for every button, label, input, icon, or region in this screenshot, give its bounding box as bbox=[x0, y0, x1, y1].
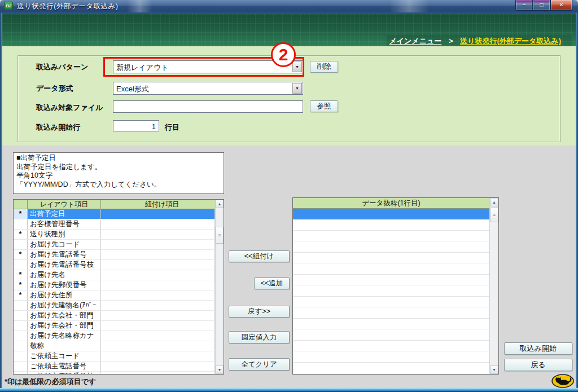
layout-table-row[interactable]: お届け先建物名(ｱﾊﾟｰ bbox=[14, 301, 215, 311]
fixed-value-button[interactable]: 固定値入力 bbox=[229, 331, 290, 343]
breadcrumb: メインメニュー > 送り状発行(外部データ取込み) bbox=[389, 36, 561, 46]
layout-table-row[interactable]: お届け先コード bbox=[14, 240, 215, 250]
scrollbar-thumb[interactable]: ≡ bbox=[490, 208, 498, 222]
scroll-down-icon[interactable]: ▼ bbox=[490, 365, 498, 374]
maximize-button[interactable]: □ bbox=[533, 0, 550, 11]
scrollbar-thumb[interactable]: ≡ bbox=[216, 227, 224, 244]
layout-table-row[interactable]: *出荷予定日 bbox=[14, 209, 215, 219]
required-cell bbox=[14, 311, 28, 320]
layout-table-row[interactable]: ご依頼主電話番号枝 bbox=[14, 372, 215, 374]
window-titlebar: B2 送り状発行(外部データ取込み) – □ ✕ bbox=[0, 0, 578, 12]
required-items-note: *印は最低限の必須項目です bbox=[5, 377, 96, 387]
mapped-item-cell bbox=[101, 341, 215, 351]
data-extract-empty-row bbox=[293, 219, 489, 231]
close-button[interactable]: ✕ bbox=[550, 0, 572, 11]
mapped-item-cell bbox=[101, 301, 215, 310]
window-border-left bbox=[0, 12, 2, 388]
layout-item-cell: お届け先郵便番号 bbox=[28, 280, 101, 290]
layout-item-cell: お届け先名 bbox=[28, 270, 101, 280]
data-extract-header: データ抜粋(1行目) bbox=[293, 198, 489, 209]
layout-item-cell: お届け先電話番号枝 bbox=[28, 260, 101, 270]
chevron-down-icon[interactable]: ▼ bbox=[292, 61, 302, 72]
mapped-item-cell bbox=[101, 230, 215, 239]
mapped-item-cell bbox=[101, 372, 215, 374]
layout-item-cell: お届け先コード bbox=[28, 240, 101, 249]
layout-table-row[interactable]: 敬称 bbox=[14, 341, 215, 351]
data-extract-empty-row bbox=[293, 319, 489, 330]
description-line: 「YYYY/MM/DD」方式で入力してください。 bbox=[16, 180, 221, 190]
add-button[interactable]: <<追加 bbox=[254, 278, 290, 289]
layout-item-cell: お届け先名略称カナ bbox=[28, 331, 101, 341]
layout-table-row[interactable]: *お届け先名 bbox=[14, 270, 215, 280]
chevron-down-icon[interactable]: ▼ bbox=[292, 83, 302, 94]
data-extract-table: データ抜粋(1行目) ▲ ≡ ▼ bbox=[292, 197, 499, 375]
layout-table-row[interactable]: *お届け先電話番号 bbox=[14, 250, 215, 260]
required-cell bbox=[14, 362, 28, 371]
mapped-item-cell bbox=[101, 270, 215, 280]
data-extract-empty-row bbox=[293, 351, 489, 363]
bind-button[interactable]: <<紐付け bbox=[229, 250, 290, 262]
browse-button[interactable]: 参照 bbox=[310, 100, 338, 112]
layout-table-scrollbar[interactable]: ▲ ≡ ▼ bbox=[215, 200, 224, 374]
data-extract-empty-row bbox=[293, 253, 489, 264]
layout-items-table: レイアウト項目 紐付け項目 *出荷予定日お客様管理番号*送り状種別お届け先コード… bbox=[13, 199, 224, 375]
required-cell bbox=[14, 331, 28, 341]
mapped-item-cell bbox=[101, 331, 215, 341]
back-button[interactable]: 戻る bbox=[504, 359, 572, 371]
scroll-up-icon[interactable]: ▲ bbox=[490, 198, 498, 206]
mapped-item-cell bbox=[101, 311, 215, 320]
minimize-button[interactable]: – bbox=[515, 0, 533, 11]
breadcrumb-current-page-link[interactable]: 送り状発行(外部データ取込み) bbox=[460, 37, 561, 45]
description-line: 出荷予定日を指定します。 bbox=[16, 163, 221, 172]
data-extract-empty-row bbox=[293, 241, 489, 253]
layout-item-cell: ご依頼主コード bbox=[28, 351, 101, 361]
target-file-input[interactable] bbox=[113, 100, 303, 113]
field-description-box: ■出荷予定日 出荷予定日を指定します。 半角10文字 「YYYY/MM/DD」方… bbox=[13, 152, 224, 194]
delete-button[interactable]: 削除 bbox=[310, 61, 338, 73]
required-cell: * bbox=[14, 270, 28, 280]
app-icon: B2 bbox=[4, 2, 13, 10]
required-cell: * bbox=[14, 280, 28, 290]
layout-table-row[interactable]: ご依頼主コード bbox=[14, 351, 215, 362]
clear-all-button[interactable]: 全てクリア bbox=[229, 358, 290, 371]
required-cell bbox=[14, 240, 28, 249]
required-cell bbox=[14, 219, 28, 229]
restore-button[interactable]: 戻す>> bbox=[229, 306, 290, 318]
data-extract-selected-row[interactable] bbox=[293, 209, 489, 219]
layout-item-cell: ご依頼主電話番号枝 bbox=[28, 372, 101, 374]
mapped-item-cell bbox=[101, 250, 215, 259]
titlebar-glass-streak bbox=[389, 0, 429, 12]
mapped-item-column-header: 紐付け項目 bbox=[101, 200, 224, 209]
layout-table-row[interactable]: お届け先会社・部門 bbox=[14, 311, 215, 321]
layout-table-row[interactable]: お客様管理番号 bbox=[14, 219, 215, 230]
required-cell: * bbox=[14, 230, 28, 239]
layout-table-row[interactable]: お届け先会社・部門 bbox=[14, 321, 215, 331]
data-extract-empty-row bbox=[293, 307, 489, 319]
required-cell bbox=[14, 372, 28, 374]
layout-table-row[interactable]: *お届け先郵便番号 bbox=[14, 280, 215, 290]
layout-table-row[interactable]: ご依頼主電話番号 bbox=[14, 362, 215, 372]
layout-item-cell: 敬称 bbox=[28, 341, 101, 351]
data-extract-scrollbar[interactable]: ▲ ≡ ▼ bbox=[489, 198, 498, 374]
annotation-step-number: 2 bbox=[271, 42, 296, 67]
layout-table-row[interactable]: お届け先電話番号枝 bbox=[14, 260, 215, 270]
breadcrumb-main-menu-link[interactable]: メインメニュー bbox=[389, 37, 441, 45]
header-band: メインメニュー > 送り状発行(外部データ取込み) bbox=[2, 12, 576, 46]
scroll-down-icon[interactable]: ▼ bbox=[216, 365, 224, 374]
start-import-button[interactable]: 取込み開始 bbox=[504, 342, 572, 355]
layout-item-cell: お届け先建物名(ｱﾊﾟｰ bbox=[28, 301, 101, 310]
data-extract-rows bbox=[293, 219, 489, 374]
start-row-input[interactable]: 1 bbox=[113, 120, 159, 131]
data-extract-empty-row bbox=[293, 329, 489, 341]
description-line: ■出荷予定日 bbox=[16, 154, 221, 163]
layout-item-cell: お届け先会社・部門 bbox=[28, 321, 101, 331]
required-cell: * bbox=[14, 209, 28, 219]
layout-table-row[interactable]: お届け先名略称カナ bbox=[14, 331, 215, 341]
data-format-label: データ形式 bbox=[36, 83, 73, 94]
layout-item-cell: お届け先電話番号 bbox=[28, 250, 101, 259]
data-format-select[interactable]: Excel形式 ▼ bbox=[113, 82, 303, 95]
layout-table-row[interactable]: *送り状種別 bbox=[14, 230, 215, 240]
layout-table-row[interactable]: *お届け先住所 bbox=[14, 290, 215, 301]
scroll-up-icon[interactable]: ▲ bbox=[216, 200, 224, 208]
data-format-value: Excel形式 bbox=[116, 84, 291, 94]
